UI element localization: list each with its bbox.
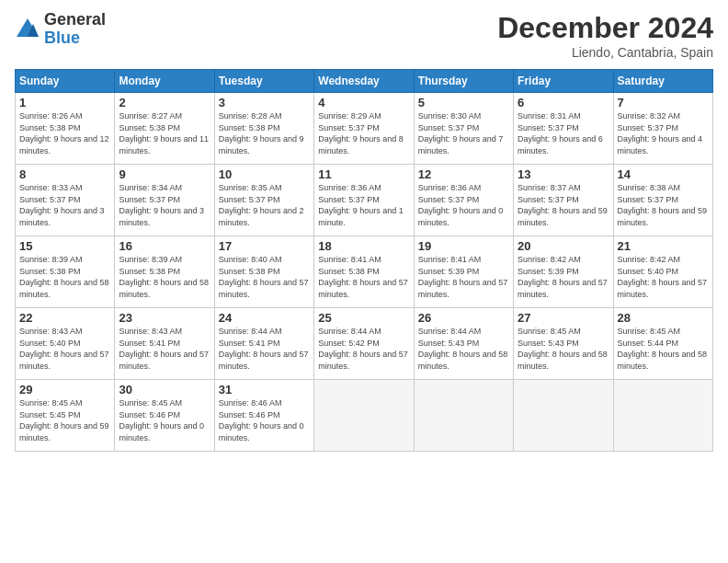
calendar-cell: 7Sunrise: 8:32 AMSunset: 5:37 PMDaylight… (613, 93, 712, 165)
location: Liendo, Cantabria, Spain (497, 45, 713, 60)
calendar-cell: 23Sunrise: 8:43 AMSunset: 5:41 PMDayligh… (115, 308, 214, 380)
day-info: Sunrise: 8:45 AMSunset: 5:43 PMDaylight:… (518, 326, 609, 372)
day-number: 23 (119, 311, 210, 325)
day-info: Sunrise: 8:36 AMSunset: 5:37 PMDaylight:… (418, 182, 509, 228)
day-info: Sunrise: 8:45 AMSunset: 5:46 PMDaylight:… (119, 397, 210, 443)
col-thursday: Thursday (414, 70, 513, 93)
calendar-cell: 4Sunrise: 8:29 AMSunset: 5:37 PMDaylight… (314, 93, 414, 165)
day-number: 26 (418, 311, 509, 325)
day-number: 1 (19, 96, 110, 109)
day-number: 31 (219, 383, 310, 396)
day-info: Sunrise: 8:46 AMSunset: 5:46 PMDaylight:… (219, 397, 310, 443)
month-title: December 2024 (497, 11, 713, 45)
day-info: Sunrise: 8:26 AMSunset: 5:38 PMDaylight:… (19, 110, 110, 156)
day-number: 24 (219, 311, 310, 325)
header-row: Sunday Monday Tuesday Wednesday Thursday… (16, 70, 713, 93)
calendar-cell: 29Sunrise: 8:45 AMSunset: 5:45 PMDayligh… (16, 380, 115, 452)
calendar-cell: 13Sunrise: 8:37 AMSunset: 5:37 PMDayligh… (514, 165, 613, 236)
calendar-cell: 6Sunrise: 8:31 AMSunset: 5:37 PMDaylight… (514, 93, 613, 165)
day-number: 8 (19, 167, 110, 181)
day-info: Sunrise: 8:44 AMSunset: 5:42 PMDaylight:… (318, 326, 409, 372)
col-wednesday: Wednesday (314, 70, 414, 93)
logo-text: General Blue (44, 11, 106, 48)
calendar-cell: 1Sunrise: 8:26 AMSunset: 5:38 PMDaylight… (16, 93, 115, 165)
day-number: 22 (19, 311, 110, 325)
day-info: Sunrise: 8:44 AMSunset: 5:41 PMDaylight:… (219, 326, 310, 372)
calendar-cell: 9Sunrise: 8:34 AMSunset: 5:37 PMDaylight… (115, 165, 214, 236)
calendar-cell: 8Sunrise: 8:33 AMSunset: 5:37 PMDaylight… (16, 165, 115, 236)
calendar-cell: 22Sunrise: 8:43 AMSunset: 5:40 PMDayligh… (16, 308, 115, 380)
page-container: General Blue December 2024 Liendo, Canta… (0, 0, 728, 459)
calendar-cell (414, 380, 513, 452)
day-number: 21 (618, 239, 709, 253)
calendar-cell: 28Sunrise: 8:45 AMSunset: 5:44 PMDayligh… (613, 308, 712, 380)
day-info: Sunrise: 8:34 AMSunset: 5:37 PMDaylight:… (119, 182, 210, 228)
calendar-cell: 2Sunrise: 8:27 AMSunset: 5:38 PMDaylight… (115, 93, 214, 165)
day-info: Sunrise: 8:41 AMSunset: 5:38 PMDaylight:… (318, 254, 409, 300)
day-number: 5 (418, 96, 509, 109)
day-info: Sunrise: 8:40 AMSunset: 5:38 PMDaylight:… (219, 254, 310, 300)
day-number: 13 (518, 167, 609, 181)
day-number: 11 (318, 167, 409, 181)
day-number: 7 (618, 96, 709, 109)
day-number: 12 (418, 167, 509, 181)
calendar-cell: 10Sunrise: 8:35 AMSunset: 5:37 PMDayligh… (214, 165, 313, 236)
day-number: 18 (318, 239, 409, 253)
day-number: 28 (618, 311, 709, 325)
calendar-week-2: 8Sunrise: 8:33 AMSunset: 5:37 PMDaylight… (16, 165, 713, 236)
calendar-cell: 31Sunrise: 8:46 AMSunset: 5:46 PMDayligh… (214, 380, 313, 452)
day-number: 3 (219, 96, 310, 109)
day-info: Sunrise: 8:39 AMSunset: 5:38 PMDaylight:… (19, 254, 110, 300)
day-info: Sunrise: 8:38 AMSunset: 5:37 PMDaylight:… (618, 182, 709, 228)
col-tuesday: Tuesday (214, 70, 313, 93)
day-info: Sunrise: 8:29 AMSunset: 5:37 PMDaylight:… (318, 110, 409, 156)
calendar-cell: 12Sunrise: 8:36 AMSunset: 5:37 PMDayligh… (414, 165, 513, 236)
col-friday: Friday (514, 70, 613, 93)
day-number: 10 (219, 167, 310, 181)
calendar-cell (514, 380, 613, 452)
calendar-cell: 21Sunrise: 8:42 AMSunset: 5:40 PMDayligh… (613, 236, 712, 308)
day-info: Sunrise: 8:44 AMSunset: 5:43 PMDaylight:… (418, 326, 509, 372)
day-number: 6 (518, 96, 609, 109)
day-number: 19 (418, 239, 509, 253)
calendar-cell (613, 380, 712, 452)
day-info: Sunrise: 8:36 AMSunset: 5:37 PMDaylight:… (318, 182, 409, 228)
day-info: Sunrise: 8:33 AMSunset: 5:37 PMDaylight:… (19, 182, 110, 228)
col-saturday: Saturday (613, 70, 712, 93)
day-number: 2 (119, 96, 210, 109)
calendar-cell: 20Sunrise: 8:42 AMSunset: 5:39 PMDayligh… (514, 236, 613, 308)
logo-general: General (44, 11, 106, 29)
calendar-cell: 16Sunrise: 8:39 AMSunset: 5:38 PMDayligh… (115, 236, 214, 308)
calendar-cell: 5Sunrise: 8:30 AMSunset: 5:37 PMDaylight… (414, 93, 513, 165)
day-number: 27 (518, 311, 609, 325)
col-monday: Monday (115, 70, 214, 93)
calendar-cell: 14Sunrise: 8:38 AMSunset: 5:37 PMDayligh… (613, 165, 712, 236)
calendar-cell: 11Sunrise: 8:36 AMSunset: 5:37 PMDayligh… (314, 165, 414, 236)
day-number: 15 (19, 239, 110, 253)
calendar-cell (314, 380, 414, 452)
logo-icon (15, 17, 40, 42)
day-info: Sunrise: 8:39 AMSunset: 5:38 PMDaylight:… (119, 254, 210, 300)
day-number: 29 (19, 383, 110, 396)
header: General Blue December 2024 Liendo, Canta… (15, 11, 713, 60)
day-number: 25 (318, 311, 409, 325)
calendar-week-1: 1Sunrise: 8:26 AMSunset: 5:38 PMDaylight… (16, 93, 713, 165)
logo-blue: Blue (44, 29, 106, 48)
calendar-cell: 3Sunrise: 8:28 AMSunset: 5:38 PMDaylight… (214, 93, 313, 165)
calendar-cell: 19Sunrise: 8:41 AMSunset: 5:39 PMDayligh… (414, 236, 513, 308)
day-number: 20 (518, 239, 609, 253)
day-info: Sunrise: 8:31 AMSunset: 5:37 PMDaylight:… (518, 110, 609, 156)
day-info: Sunrise: 8:27 AMSunset: 5:38 PMDaylight:… (119, 110, 210, 156)
day-info: Sunrise: 8:30 AMSunset: 5:37 PMDaylight:… (418, 110, 509, 156)
day-number: 4 (318, 96, 409, 109)
logo: General Blue (15, 11, 106, 48)
day-info: Sunrise: 8:43 AMSunset: 5:41 PMDaylight:… (119, 326, 210, 372)
calendar-cell: 18Sunrise: 8:41 AMSunset: 5:38 PMDayligh… (314, 236, 414, 308)
day-info: Sunrise: 8:45 AMSunset: 5:44 PMDaylight:… (618, 326, 709, 372)
calendar-cell: 24Sunrise: 8:44 AMSunset: 5:41 PMDayligh… (214, 308, 313, 380)
col-sunday: Sunday (16, 70, 115, 93)
calendar-cell: 30Sunrise: 8:45 AMSunset: 5:46 PMDayligh… (115, 380, 214, 452)
calendar-week-3: 15Sunrise: 8:39 AMSunset: 5:38 PMDayligh… (16, 236, 713, 308)
calendar-cell: 25Sunrise: 8:44 AMSunset: 5:42 PMDayligh… (314, 308, 414, 380)
calendar-table: Sunday Monday Tuesday Wednesday Thursday… (15, 69, 713, 452)
